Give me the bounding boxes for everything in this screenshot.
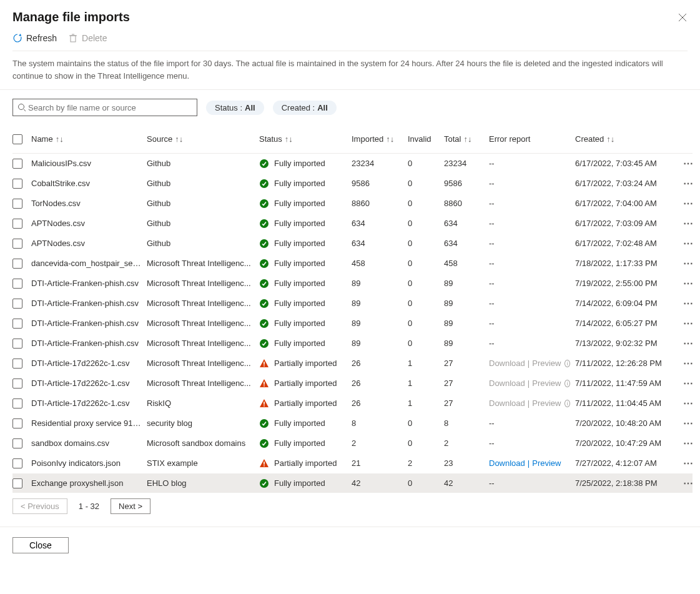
prev-button[interactable]: < Previous (12, 498, 67, 514)
row-checkbox[interactable] (12, 299, 22, 309)
row-actions-menu[interactable]: ⋯ (678, 157, 693, 169)
cell-invalid: 1 (408, 398, 444, 408)
row-actions-menu[interactable]: ⋯ (678, 337, 693, 349)
cell-total: 9586 (444, 179, 489, 188)
cell-name: DTI-Article-Franken-phish.csv (31, 319, 147, 328)
cell-created: 6/17/2022, 7:03:45 AM (575, 159, 678, 168)
cell-total: 27 (444, 359, 489, 368)
row-actions-menu[interactable]: ⋯ (678, 297, 693, 309)
row-actions-menu[interactable]: ⋯ (678, 477, 693, 489)
cell-total: 8860 (444, 199, 489, 208)
row-checkbox[interactable] (12, 339, 22, 349)
col-created[interactable]: Created↑↓ (575, 134, 678, 144)
row-actions-menu[interactable]: ⋯ (678, 457, 693, 469)
row-checkbox[interactable] (12, 199, 22, 209)
col-error-report[interactable]: Error report (489, 134, 575, 144)
cell-name: MaliciousIPs.csv (31, 159, 147, 168)
cell-invalid: 0 (408, 179, 444, 188)
table-row[interactable]: DTI-Article-17d2262c-1.csvMicrosoft Thre… (12, 354, 693, 374)
row-actions-menu[interactable]: ⋯ (678, 237, 693, 249)
row-checkbox[interactable] (12, 458, 22, 468)
svg-line-6 (24, 109, 26, 111)
cell-source: Microsoft Threat Intelligenc... (147, 259, 259, 268)
cell-imported: 89 (352, 279, 408, 288)
row-checkbox[interactable] (12, 159, 22, 169)
row-actions-menu[interactable]: ⋯ (678, 357, 693, 369)
cell-created: 6/17/2022, 7:02:48 AM (575, 239, 678, 248)
table-row[interactable]: DTI-Article-Franken-phish.csvMicrosoft T… (12, 334, 693, 354)
row-checkbox[interactable] (12, 219, 22, 229)
col-total[interactable]: Total↑↓ (444, 134, 489, 144)
row-checkbox[interactable] (12, 359, 22, 369)
table-row[interactable]: CobaltStrike.csvGithubFully imported9586… (12, 174, 693, 194)
select-all-checkbox[interactable] (12, 134, 22, 144)
col-source[interactable]: Source↑↓ (147, 134, 259, 144)
row-checkbox[interactable] (12, 379, 22, 389)
error-none: -- (489, 219, 500, 228)
error-report-links[interactable]: Download | Preview (489, 458, 570, 468)
close-icon[interactable] (678, 12, 688, 22)
table-row[interactable]: MaliciousIPs.csvGithubFully imported2323… (12, 154, 693, 174)
row-actions-menu[interactable]: ⋯ (678, 397, 693, 409)
row-checkbox[interactable] (12, 418, 22, 428)
row-actions-menu[interactable]: ⋯ (678, 197, 693, 209)
row-actions-menu[interactable]: ⋯ (678, 317, 693, 329)
row-actions-menu[interactable]: ⋯ (678, 277, 693, 289)
table-row[interactable]: APTNodes.csvGithubFully imported6340634-… (12, 214, 693, 234)
col-imported[interactable]: Imported↑↓ (352, 134, 408, 144)
table-row[interactable]: DTI-Article-Franken-phish.csvMicrosoft T… (12, 314, 693, 334)
cell-status: Fully imported (259, 239, 352, 249)
table-row[interactable]: DTI-Article-17d2262c-1.csvMicrosoft Thre… (12, 374, 693, 394)
row-actions-menu[interactable]: ⋯ (678, 257, 693, 269)
search-input-wrap[interactable] (12, 99, 197, 116)
row-checkbox[interactable] (12, 279, 22, 289)
cell-total: 27 (444, 379, 489, 388)
col-name[interactable]: Name↑↓ (31, 134, 147, 144)
table-row[interactable]: APTNodes.csvGithubFully imported6340634-… (12, 234, 693, 254)
cell-total: 27 (444, 398, 489, 408)
cell-status: Fully imported (259, 438, 352, 448)
svg-rect-17 (264, 362, 265, 365)
row-checkbox[interactable] (12, 259, 22, 269)
row-checkbox[interactable] (12, 179, 22, 189)
cell-imported: 26 (352, 398, 408, 408)
table-row[interactable]: Exchange proxyshell.jsonEHLO blogFully i… (12, 473, 693, 493)
table-row[interactable]: TorNodes.csvGithubFully imported88600886… (12, 194, 693, 214)
table-row[interactable]: PoisonIvy indicators.jsonSTIX examplePar… (12, 453, 693, 473)
refresh-button[interactable]: Refresh (12, 33, 57, 43)
filter-status[interactable]: Status : All (206, 101, 264, 115)
filter-created[interactable]: Created : All (273, 101, 337, 115)
cell-total: 89 (444, 299, 489, 308)
cell-name: Residential proxy service 911.... (31, 418, 147, 428)
table-row[interactable]: sandbox domains.csvMicrosoft sandbox dom… (12, 433, 693, 453)
row-checkbox[interactable] (12, 319, 22, 329)
row-actions-menu[interactable]: ⋯ (678, 437, 693, 449)
cell-imported: 8860 (352, 199, 408, 208)
table-row[interactable]: Residential proxy service 911....securit… (12, 413, 693, 433)
row-checkbox[interactable] (12, 398, 22, 408)
error-none: -- (489, 418, 500, 428)
row-actions-menu[interactable]: ⋯ (678, 217, 693, 229)
row-actions-menu[interactable]: ⋯ (678, 377, 693, 389)
cell-total: 89 (444, 319, 489, 328)
cell-imported: 42 (352, 478, 408, 488)
cell-total: 23 (444, 458, 489, 468)
table-row[interactable]: dancevida-com_hostpair_sen...Microsoft T… (12, 254, 693, 274)
delete-button[interactable]: Delete (68, 33, 107, 43)
cell-imported: 2 (352, 438, 408, 448)
col-status[interactable]: Status↑↓ (259, 134, 352, 144)
close-button[interactable]: Close (12, 537, 69, 553)
table-row[interactable]: DTI-Article-Franken-phish.csvMicrosoft T… (12, 294, 693, 314)
cell-source: RiskIQ (147, 398, 259, 408)
table-row[interactable]: DTI-Article-Franken-phish.csvMicrosoft T… (12, 274, 693, 294)
row-actions-menu[interactable]: ⋯ (678, 177, 693, 189)
row-checkbox[interactable] (12, 438, 22, 448)
table-row[interactable]: DTI-Article-17d2262c-1.csvRiskIQPartiall… (12, 394, 693, 413)
next-button[interactable]: Next > (111, 498, 150, 514)
row-checkbox[interactable] (12, 239, 22, 249)
row-checkbox[interactable] (12, 478, 22, 488)
error-none: -- (489, 478, 500, 488)
col-invalid[interactable]: Invalid (408, 134, 444, 144)
row-actions-menu[interactable]: ⋯ (678, 417, 693, 429)
search-input[interactable] (27, 102, 193, 113)
